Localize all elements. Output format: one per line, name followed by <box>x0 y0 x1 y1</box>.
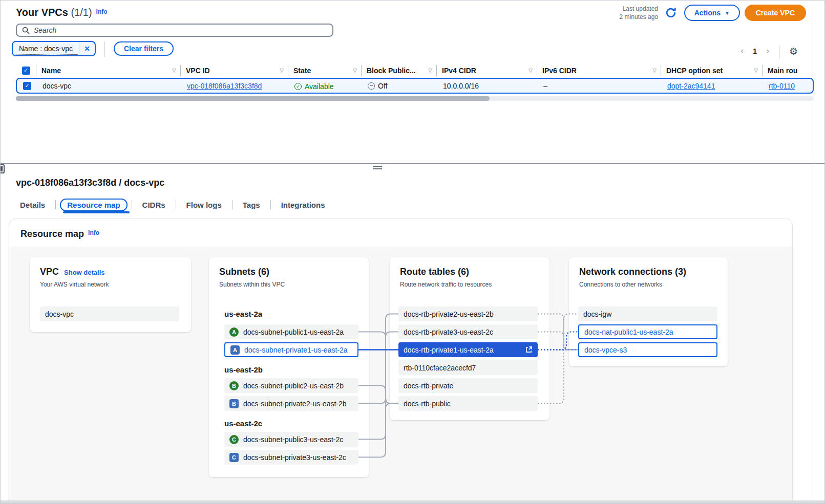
info-link[interactable]: Info <box>96 8 108 15</box>
block-public-access-value: Off <box>378 82 387 90</box>
subnets-card-subtitle: Subnets within this VPC <box>219 281 358 288</box>
table-row[interactable]: ✓ docs-vpc vpc-018f086a13f3c3f8d ✓ Avail… <box>16 78 814 94</box>
column-filter-icon[interactable]: ▽ <box>168 68 180 73</box>
route-table-item-selected[interactable]: docs-rtb-private1-us-east-2a <box>398 342 538 357</box>
subnet-item[interactable]: B docs-subnet-private2-us-east-2b <box>224 396 358 411</box>
tab-cidrs[interactable]: CIDRs <box>132 201 176 209</box>
clear-filters-button[interactable]: Clear filters <box>114 41 174 56</box>
show-details-link[interactable]: Show details <box>64 269 104 276</box>
vpc-card-subtitle: Your AWS virtual network <box>40 281 181 288</box>
tab-details[interactable]: Details <box>16 201 55 209</box>
route-tables-card-subtitle: Route network traffic to resources <box>400 281 539 288</box>
refresh-button[interactable] <box>663 5 679 20</box>
az-c-public-badge: C <box>229 435 239 444</box>
table-header: ✓ Name▽ VPC ID▽ State▽ Block Public...▽ … <box>16 63 814 78</box>
az-b-private-badge: B <box>229 399 239 408</box>
scrollbar-thumb[interactable] <box>16 96 490 101</box>
split-panel-divider <box>1 163 825 164</box>
subnets-card: Subnets (6) Subnets within this VPC us-e… <box>209 257 369 477</box>
last-updated: Last updated 2 minutes ago <box>620 5 658 21</box>
route-table-item[interactable]: docs-rtb-public <box>398 396 538 411</box>
route-tables-card: Route tables (6) Route network traffic t… <box>390 257 549 420</box>
cell-ipv6-cidr: – <box>538 82 662 90</box>
column-filter-icon[interactable]: ▽ <box>524 68 537 73</box>
network-connections-card: Network connections (3) Connections to o… <box>569 257 728 366</box>
tab-resource-map[interactable]: Resource map <box>60 199 127 211</box>
search-icon <box>22 27 30 34</box>
subnets-card-title: Subnets (6) <box>219 267 269 277</box>
route-table-item[interactable]: rtb-0110cface2acecfd7 <box>398 360 538 375</box>
current-page[interactable]: 1 <box>750 47 760 55</box>
route-table-item[interactable]: docs-rtb-private2-us-east-2b <box>398 306 538 321</box>
split-panel-drag-handle[interactable] <box>373 166 382 169</box>
az-c-private-badge: C <box>229 453 239 462</box>
az-heading: us-east-2b <box>224 365 263 374</box>
refresh-icon <box>665 7 677 19</box>
row-checkbox[interactable]: ✓ <box>23 82 31 90</box>
previous-page-button[interactable]: ‹ <box>736 46 748 56</box>
main-route-table-link[interactable]: rtb-0110 <box>769 82 795 90</box>
actions-button[interactable]: Actions ▼ <box>684 5 740 21</box>
page-header: Your VPCs (1/1)Info <box>16 7 108 18</box>
table-horizontal-scrollbar[interactable] <box>16 96 814 101</box>
search-input[interactable] <box>34 26 327 34</box>
create-vpc-button[interactable]: Create VPC <box>745 5 806 21</box>
network-connections-card-subtitle: Connections to other networks <box>579 281 717 288</box>
column-filter-icon[interactable]: ▽ <box>276 68 288 73</box>
next-page-button[interactable]: › <box>762 46 773 56</box>
info-link[interactable]: Info <box>88 229 99 236</box>
network-connection-item-highlighted[interactable]: docs-nat-public1-us-east-2a <box>578 324 717 339</box>
subnet-item[interactable]: C docs-subnet-public3-us-east-2c <box>224 432 358 447</box>
tab-tags[interactable]: Tags <box>232 201 270 209</box>
cell-name: docs-vpc <box>37 82 182 90</box>
vpc-card: VPCShow details Your AWS virtual network… <box>30 257 191 332</box>
external-link-icon[interactable] <box>525 346 533 354</box>
split-panel-fullscreen-icon[interactable] <box>0 164 5 173</box>
subnet-item[interactable]: A docs-subnet-public1-us-east-2a <box>224 324 358 339</box>
window-scrollbar-track <box>815 1 815 504</box>
column-filter-icon[interactable]: ▽ <box>424 68 436 73</box>
tab-integrations[interactable]: Integrations <box>271 201 335 209</box>
vpc-item[interactable]: docs-vpc <box>40 306 179 321</box>
search-box <box>16 24 333 37</box>
route-table-item[interactable]: docs-rtb-private <box>398 378 538 393</box>
subnet-item[interactable]: B docs-subnet-public2-us-east-2b <box>224 378 358 393</box>
check-circle-icon: ✓ <box>294 83 302 90</box>
route-table-item[interactable]: docs-rtb-private3-us-east-2c <box>398 324 538 339</box>
table-settings-button[interactable]: ⚙ <box>789 46 798 57</box>
column-filter-icon[interactable]: ▽ <box>648 68 661 73</box>
vpc-console-page: Your VPCs (1/1)Info Last updated 2 minut… <box>0 0 825 504</box>
chevron-down-icon: ▼ <box>725 10 730 16</box>
subnet-item-selected[interactable]: A docs-subnet-private1-us-east-2a <box>224 342 358 357</box>
dhcp-option-set-link[interactable]: dopt-2ac94141 <box>667 82 715 90</box>
filter-token-dismiss-button[interactable]: ✕ <box>79 41 95 56</box>
column-filter-icon[interactable]: ▽ <box>349 68 361 73</box>
divider <box>104 41 104 57</box>
filter-token-label: Name : docs-vpc <box>14 43 78 55</box>
tab-flow-logs[interactable]: Flow logs <box>176 201 232 209</box>
az-b-public-badge: B <box>229 381 239 390</box>
az-heading: us-east-2c <box>224 419 262 428</box>
subnet-item[interactable]: C docs-subnet-private3-us-east-2c <box>224 450 358 465</box>
state-available: ✓ Available <box>294 82 334 91</box>
vpc-id-link[interactable]: vpc-018f086a13f3c3f8d <box>187 82 262 90</box>
route-tables-card-title: Route tables (6) <box>400 267 469 277</box>
vpc-count: (1/1) <box>71 7 92 18</box>
resource-map-title: Resource map <box>20 229 84 239</box>
network-connection-item-highlighted[interactable]: docs-vpce-s3 <box>578 342 717 357</box>
column-filter-icon[interactable]: ▽ <box>750 68 762 73</box>
split-panel-title: vpc-018f086a13f3c3f8d / docs-vpc <box>16 178 164 188</box>
az-a-public-badge: A <box>229 327 239 337</box>
page-title: Your VPCs (1/1) <box>16 7 92 18</box>
network-connection-item[interactable]: docs-igw <box>578 306 717 321</box>
az-a-private-badge: A <box>230 345 240 355</box>
window-horizontal-scrollbar[interactable] <box>1 500 825 504</box>
select-all-checkbox[interactable]: ✓ <box>22 67 30 75</box>
cell-ipv4-cidr: 10.0.0.0/16 <box>438 82 538 90</box>
network-connections-card-title: Network connections (3) <box>579 267 686 277</box>
filter-token: Name : docs-vpc ✕ <box>12 41 96 56</box>
minus-circle-icon <box>368 82 375 90</box>
active-tab-underline <box>63 211 130 213</box>
divider <box>779 46 779 59</box>
tabs: Details Resource map CIDRs Flow logs Tag… <box>16 197 335 212</box>
